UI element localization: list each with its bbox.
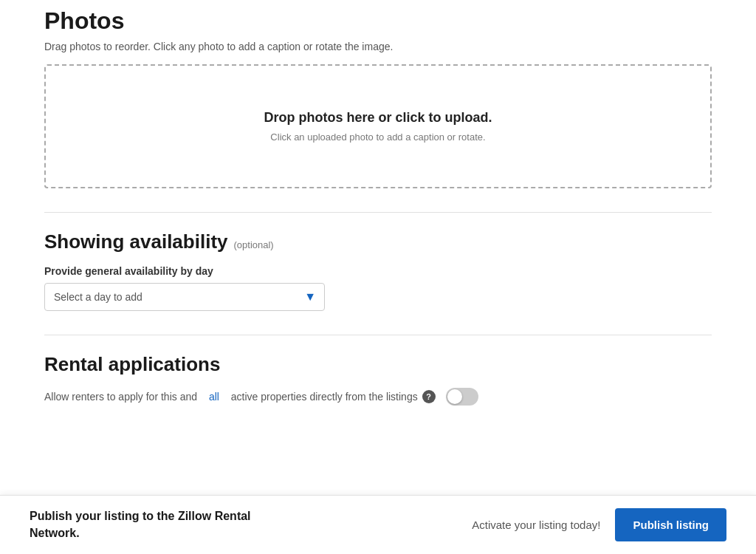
rental-desc-link[interactable]: all — [209, 391, 219, 403]
bottom-bar-heading-line2: Network. — [30, 527, 80, 539]
rental-desc-before: Allow renters to apply for this and — [44, 391, 197, 403]
help-icon[interactable]: ? — [422, 390, 436, 403]
bottom-bar-left: Publish your listing to the Zillow Renta… — [30, 508, 251, 541]
rental-applications-section: Rental applications Allow renters to app… — [44, 353, 712, 406]
bottom-bar-heading: Publish your listing to the Zillow Renta… — [30, 508, 251, 541]
dropzone-subtitle: Click an uploaded photo to add a caption… — [61, 131, 695, 143]
availability-heading: Showing availability (optional) — [44, 230, 712, 253]
toggle-knob — [447, 389, 462, 404]
rental-toggle[interactable] — [446, 388, 478, 406]
section-divider-1 — [44, 212, 712, 213]
bottom-bar-right: Activate your listing today! Publish lis… — [472, 508, 726, 541]
rental-applications-title: Rental applications — [44, 353, 712, 376]
activate-text: Activate your listing today! — [472, 519, 600, 531]
rental-desc-after: active properties directly from the list… — [231, 391, 418, 403]
section-divider-2 — [44, 335, 712, 335]
main-content: Photos Drag photos to reorder. Click any… — [0, 0, 756, 510]
photos-title: Photos — [44, 7, 712, 35]
availability-section: Showing availability (optional) Provide … — [44, 230, 712, 311]
availability-field-label: Provide general availability by day — [44, 265, 712, 277]
photos-instruction: Drag photos to reorder. Click any photo … — [44, 41, 712, 52]
availability-title: Showing availability — [44, 230, 228, 253]
photo-upload-dropzone[interactable]: Drop photos here or click to upload. Cli… — [44, 64, 712, 188]
bottom-bar: Publish your listing to the Zillow Renta… — [0, 495, 756, 554]
day-select[interactable]: Select a day to add Monday Tuesday Wedne… — [44, 283, 325, 311]
publish-listing-button[interactable]: Publish listing — [615, 508, 726, 541]
day-select-wrapper: Select a day to add Monday Tuesday Wedne… — [44, 283, 325, 311]
rental-applications-row: Allow renters to apply for this and all … — [44, 388, 712, 406]
dropzone-title: Drop photos here or click to upload. — [61, 110, 695, 126]
bottom-bar-heading-line1: Publish your listing to the Zillow Renta… — [30, 510, 251, 522]
availability-optional: (optional) — [234, 239, 274, 250]
rental-description: Allow renters to apply for this and all … — [44, 388, 478, 406]
